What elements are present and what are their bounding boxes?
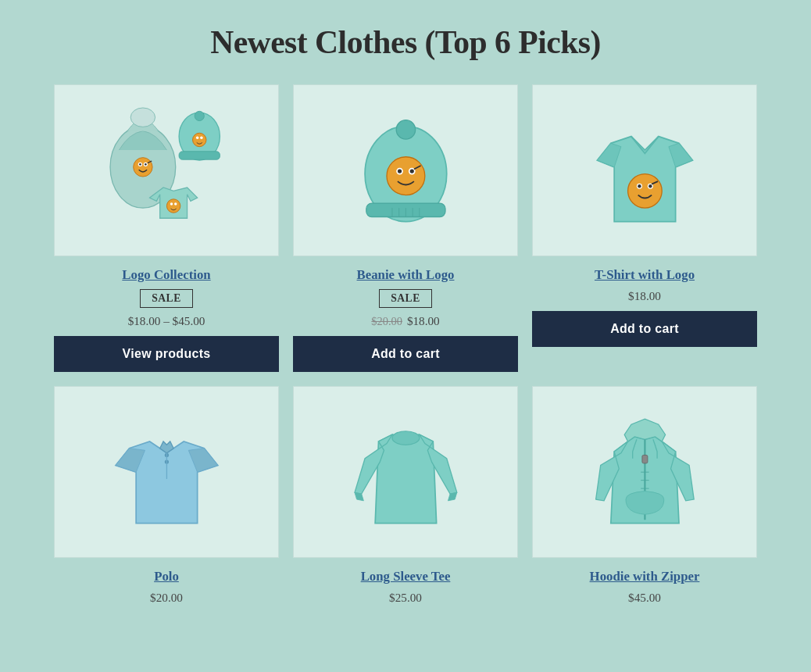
product-card-hoodie-with-zipper: Hoodie with Zipper $45.00 bbox=[532, 386, 757, 613]
sale-badge-beanie-with-logo: SALE bbox=[379, 289, 432, 308]
product-card-polo: Polo $20.00 bbox=[54, 386, 279, 613]
product-name-long-sleeve-tee[interactable]: Long Sleeve Tee bbox=[361, 569, 451, 584]
svg-point-31 bbox=[627, 173, 662, 208]
product-image-long-sleeve-tee bbox=[293, 386, 518, 558]
product-image-logo-collection bbox=[54, 84, 279, 256]
add-to-cart-button-tshirt-with-logo[interactable]: Add to cart bbox=[532, 311, 757, 347]
price-tshirt-with-logo: $18.00 bbox=[628, 289, 661, 303]
product-image-polo bbox=[54, 386, 279, 558]
product-grid: Logo Collection SALE $18.00 – $45.00 Vie… bbox=[54, 84, 757, 613]
price-sale-beanie-with-logo: $18.00 bbox=[407, 314, 440, 328]
product-image-beanie-with-logo bbox=[293, 84, 518, 256]
svg-point-35 bbox=[648, 184, 652, 188]
svg-point-40 bbox=[392, 431, 420, 445]
price-polo: $20.00 bbox=[150, 591, 183, 605]
product-name-hoodie-with-zipper[interactable]: Hoodie with Zipper bbox=[590, 569, 700, 584]
svg-point-19 bbox=[396, 120, 415, 138]
svg-point-2 bbox=[133, 157, 152, 176]
svg-point-10 bbox=[195, 111, 204, 120]
product-card-tshirt-with-logo: T-Shirt with Logo $18.00 Add to cart bbox=[532, 84, 757, 372]
svg-point-6 bbox=[145, 163, 147, 166]
product-name-tshirt-with-logo[interactable]: T-Shirt with Logo bbox=[595, 267, 695, 283]
svg-point-28 bbox=[398, 169, 402, 173]
sale-badge-logo-collection: SALE bbox=[140, 289, 193, 308]
price-group-beanie-with-logo: $20.00 $18.00 bbox=[371, 314, 439, 328]
product-card-long-sleeve-tee: Long Sleeve Tee $25.00 bbox=[293, 386, 518, 613]
price-hoodie-with-zipper: $45.00 bbox=[628, 591, 661, 605]
svg-point-12 bbox=[195, 136, 198, 138]
product-name-polo[interactable]: Polo bbox=[154, 569, 179, 584]
svg-point-29 bbox=[409, 169, 413, 173]
svg-point-1 bbox=[130, 108, 155, 127]
svg-point-11 bbox=[192, 133, 205, 146]
svg-point-14 bbox=[166, 199, 180, 213]
product-name-logo-collection[interactable]: Logo Collection bbox=[122, 267, 210, 283]
svg-point-13 bbox=[200, 136, 202, 138]
page-title: Newest Clothes (Top 6 Picks) bbox=[16, 23, 795, 61]
product-name-beanie-with-logo[interactable]: Beanie with Logo bbox=[357, 267, 455, 283]
view-products-button-logo-collection[interactable]: View products bbox=[54, 336, 279, 372]
price-logo-collection: $18.00 – $45.00 bbox=[128, 314, 205, 328]
svg-rect-9 bbox=[179, 152, 220, 159]
svg-point-25 bbox=[387, 157, 425, 195]
svg-point-34 bbox=[638, 184, 641, 188]
product-card-logo-collection: Logo Collection SALE $18.00 – $45.00 Vie… bbox=[54, 84, 279, 372]
product-image-tshirt-with-logo bbox=[532, 84, 757, 256]
product-card-beanie-with-logo: Beanie with Logo SALE $20.00 $18.00 Add … bbox=[293, 84, 518, 372]
add-to-cart-button-beanie-with-logo[interactable]: Add to cart bbox=[293, 336, 518, 372]
price-long-sleeve-tee: $25.00 bbox=[389, 591, 422, 605]
svg-rect-42 bbox=[642, 455, 648, 463]
product-image-hoodie-with-zipper bbox=[532, 386, 757, 558]
svg-point-5 bbox=[139, 163, 141, 166]
svg-point-16 bbox=[174, 202, 177, 205]
price-original-beanie-with-logo: $20.00 bbox=[371, 315, 402, 328]
svg-point-15 bbox=[170, 202, 172, 205]
